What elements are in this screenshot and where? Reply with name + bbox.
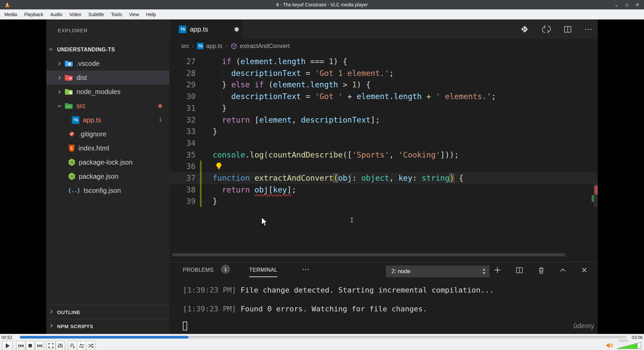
code-text: } else if (element.length > 1) { [213,79,371,91]
speaker-icon[interactable] [606,342,614,350]
play-button[interactable] [2,341,13,350]
code-text: function extractAndConvert(obj: object, … [213,172,464,184]
tree-item-index-html[interactable]: 5index.html [46,141,169,155]
breadcrumb-item-extractandconvert[interactable]: extractAndConvert [240,43,290,50]
code-line-27[interactable]: 27 if (element.length === 1) { [169,56,598,68]
section-npm-scripts[interactable]: NPM SCRIPTS [46,319,169,333]
chevron-right-icon[interactable] [57,75,64,80]
line-number: 30 [169,91,196,102]
menu-audio[interactable]: Audio [50,12,62,17]
tab-app-ts[interactable]: TS app.ts [170,19,242,39]
tree-item--vscode[interactable]: .vscode [46,56,169,71]
code-line-30[interactable]: 30 descriptionText = 'Got ' + element.le… [169,91,598,102]
code-line-31[interactable]: 31 } [169,102,598,114]
code-line-38[interactable]: 38 return obj[key]; [169,184,598,196]
menu-view[interactable]: View [129,12,139,17]
code-line-39[interactable]: 39} [169,195,598,207]
stop-button[interactable] [25,341,35,350]
open-changes-icon[interactable] [520,24,530,34]
panel-actions [493,266,588,274]
tab-terminal[interactable]: TERMINAL [249,267,277,273]
code-line-34[interactable]: 34 [169,137,598,149]
close-button[interactable]: ✕ [635,2,639,7]
code-line-28[interactable]: 28 descriptionText = 'Got 1 element.'; [169,68,598,79]
editor-group: TS app.ts ⋯ src›TSapp.ts›extractAndConve… [169,19,598,334]
code-line-29[interactable]: 29 } else if (element.length > 1) { [169,79,598,91]
menu-bar: MediaPlaybackAudioVideoSubtitleToolsView… [0,9,644,19]
chevron-right-icon [49,309,56,315]
menu-help[interactable]: Help [146,12,156,17]
minimize-button[interactable]: ⌄ [614,2,619,7]
chevron-down-icon[interactable] [57,103,64,108]
explorer-header: EXPLORER [58,28,88,33]
editor-actions: ⋯ [520,19,592,39]
menu-video[interactable]: Video [69,12,82,17]
unsaved-dot-icon[interactable] [234,27,239,32]
section-outline[interactable]: OUTLINE [46,305,169,319]
project-root-row[interactable]: UNDERSTANDING-TS [46,45,169,54]
breadcrumb-item-src[interactable]: src [181,43,189,50]
vscode-screen: EXPLORER UNDERSTANDING-TS .vscodedistnod… [46,19,598,334]
maximize-button[interactable]: ◇ [625,2,629,7]
compare-changes-icon[interactable] [542,25,551,34]
tree-item-tsconfig-json[interactable]: {..}tsconfig.json [46,183,169,198]
fullscreen-button[interactable] [46,341,56,350]
tree-item-label: dist [76,74,87,82]
chevron-right-icon[interactable] [57,89,64,94]
next-button[interactable] [35,341,44,350]
previous-button[interactable] [16,341,25,350]
modified-dot-badge [158,104,162,108]
chevron-right-icon[interactable] [57,61,64,66]
breadcrumb-item-app.ts[interactable]: app.ts [206,43,222,50]
more-actions-icon[interactable]: ⋯ [584,28,592,31]
terminal-line: [1:39:23 PM] File change detected. Start… [183,286,494,294]
video-area[interactable]: EXPLORER UNDERSTANDING-TS .vscodedistnod… [0,19,644,334]
menu-media[interactable]: Media [4,12,17,17]
tree-item-package-json[interactable]: JSpackage.json [46,169,169,183]
code-line-33[interactable]: 33} [169,126,598,137]
menu-tools[interactable]: Tools [111,12,122,17]
code-area[interactable]: 27 if (element.length === 1) {28 descrip… [169,53,598,262]
code-line-37[interactable]: 37function extractAndConvert(obj: object… [169,172,598,184]
seek-bar[interactable] [20,336,627,339]
playlist-button[interactable] [68,341,77,350]
code-line-35[interactable]: 35console.log(countAndDescribe(['Sports'… [169,149,598,161]
loop-button[interactable] [77,341,86,350]
kill-terminal-icon[interactable] [537,266,545,274]
active-tab-underline [249,276,277,277]
horizontal-scrollbar[interactable] [172,253,565,256]
breadcrumb: src›TSapp.ts›extractAndConvert [169,39,598,53]
code-text: } [213,102,227,114]
panel-more-icon[interactable]: ⋯ [302,265,309,274]
new-terminal-icon[interactable] [493,266,502,274]
menu-playback[interactable]: Playback [24,12,43,17]
tree-item-src[interactable]: </>src [46,99,169,113]
code-line-32[interactable]: 32 return [element, descriptionText]; [169,114,598,126]
line-number: 33 [169,126,196,137]
window-title: 6 - The keyof Constraint - VLC media pla… [0,2,644,7]
tree-item-package-lock-json[interactable]: JSpackage-lock.json [46,155,169,169]
tree-item-app-ts[interactable]: TSapp.ts1 [46,113,169,127]
folder-vscode-icon [64,60,73,67]
split-terminal-icon[interactable] [515,266,524,274]
problems-count-badge: 1 [221,265,230,274]
mouse-pointer [261,217,268,228]
maximize-panel-icon[interactable] [559,266,567,274]
volume-slider[interactable] [616,342,641,350]
terminal-select[interactable]: 2: node [386,265,490,277]
tree-item--gitignore[interactable]: .gitignore [46,127,169,141]
close-panel-icon[interactable] [580,266,588,274]
menu-subtitle[interactable]: Subtitle [88,12,104,17]
svg-text:5: 5 [71,146,73,150]
title-bar: 6 - The keyof Constraint - VLC media pla… [0,0,644,9]
tree-item-node-modules[interactable]: node_modules [46,85,169,99]
random-button[interactable] [86,341,95,350]
bottom-panel: PROBLEMS 1 TERMINAL ⋯ 2: node [169,262,598,334]
tab-problems[interactable]: PROBLEMS [183,267,214,273]
code-line-36[interactable]: 36 [169,161,598,172]
file-npm-icon: JS [68,158,75,166]
split-editor-icon[interactable] [563,25,572,34]
extended-settings-button[interactable] [56,341,65,350]
tree-item-label: tsconfig.json [84,187,121,194]
tree-item-dist[interactable]: dist [46,71,169,85]
